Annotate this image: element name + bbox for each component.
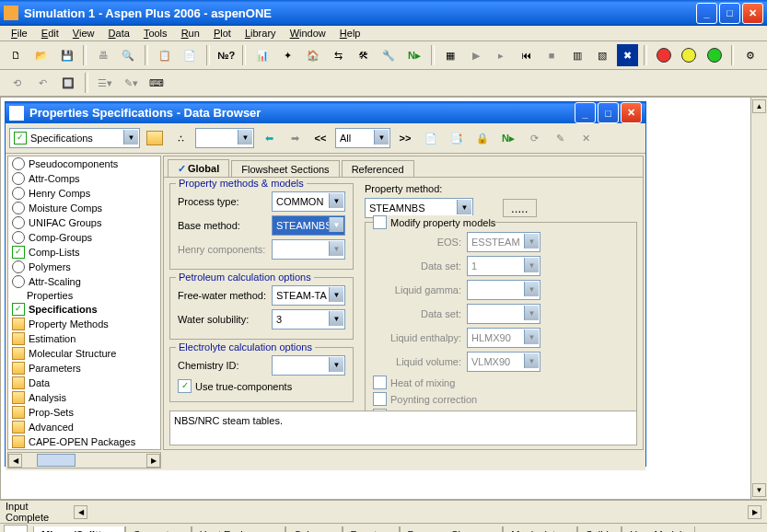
browser-next-button[interactable]: N▸ [497,127,519,149]
stop-button[interactable]: ■ [540,44,562,66]
tb-icon-4[interactable]: ⇆ [328,44,349,66]
chem-id-combo[interactable]: ▼ [272,355,345,376]
tb-icon-9[interactable]: ✖ [617,44,638,66]
tree-item[interactable]: Specifications [8,302,160,317]
model-tab[interactable]: Heat Exchangers [192,526,285,533]
play-button[interactable]: ▶ [465,44,486,66]
scroll-thumb[interactable] [37,454,76,467]
use-true-check[interactable]: Use true-components [178,379,345,393]
model-tab[interactable]: Columns [285,526,342,533]
rewind-button[interactable]: ⏮ [516,44,537,66]
model-tab[interactable]: User Models [622,526,695,533]
menu-tools[interactable]: Tools [138,26,173,40]
tree-item[interactable]: Prop-Sets [8,405,160,420]
maximize-button[interactable]: □ [719,3,740,24]
tb-icon-8[interactable]: ▧ [591,44,612,66]
tree-item[interactable]: Analysis [8,390,160,405]
menu-view[interactable]: View [67,26,100,40]
zoom-combo[interactable]: ▼ [195,128,254,148]
tree-item[interactable]: Polymers [8,260,160,274]
run-panel-button[interactable]: ▦ [440,44,461,66]
child-maximize-button[interactable]: □ [598,102,619,123]
scroll-left-icon[interactable]: ◀ [8,454,22,468]
up-folder-button[interactable] [144,127,166,149]
mdi-vscroll[interactable]: ▲ ▼ [750,98,767,499]
tree-item[interactable]: Attr-Comps [8,171,160,186]
base-method-combo[interactable]: STEAMNBS▼ [272,215,345,236]
child-minimize-button[interactable]: _ [575,102,596,123]
btb-2[interactable]: 📑 [446,127,468,149]
tree-item[interactable]: Data [8,376,160,390]
tree-item[interactable]: Comp-Groups [8,230,160,245]
menu-help[interactable]: Help [334,26,366,40]
model-tab[interactable]: Separators [125,526,192,533]
forward-button[interactable]: ➡ [284,127,306,149]
menu-run[interactable]: Run [176,26,205,40]
chevron-down-icon[interactable]: ▼ [123,130,138,145]
tree-item[interactable]: Advanced [8,420,160,434]
tb-icon-1[interactable]: 📊 [251,44,273,66]
next-nav-button[interactable]: >> [394,127,416,149]
btb-4[interactable]: ⟳ [523,127,545,149]
open-button[interactable]: 📂 [30,44,52,66]
menu-library[interactable]: Library [239,26,282,40]
model-tab[interactable]: Mixers/Splitters [33,526,125,533]
child-close-button[interactable]: ✕ [621,102,642,123]
scroll-up-icon[interactable]: ▲ [752,99,766,113]
tb-icon-10[interactable]: ⚙ [739,44,761,66]
tb2-4[interactable]: ☰▾ [94,72,116,94]
tb-icon-3[interactable]: 🏠 [302,44,323,66]
tree-item[interactable]: Comp-Lists [8,245,160,260]
tb2-1[interactable]: ⟲ [6,72,28,94]
process-type-combo[interactable]: COMMON▼ [272,191,345,212]
btb-1[interactable]: 📄 [420,127,442,149]
tb-icon-5[interactable]: 🛠 [353,44,374,66]
free-water-combo[interactable]: STEAM-TA▼ [272,285,345,306]
tree-item[interactable]: Molecular Structure [8,346,160,361]
tree-item[interactable]: Property Methods [8,317,160,331]
tree-item[interactable]: Properties [8,289,160,302]
tree-item[interactable]: UNIFAC Groups [8,215,160,230]
menu-file[interactable]: File [6,26,33,40]
back-button[interactable]: ⬅ [258,127,280,149]
model-tab[interactable]: Pressure Changers [400,526,504,533]
new-button[interactable]: 🗋 [6,44,27,66]
tb2-5[interactable]: ✎▾ [120,72,142,94]
tree-item[interactable]: Moisture Comps [8,201,160,215]
tb2-2[interactable]: ↶ [31,72,53,94]
tb-icon-7[interactable]: ▥ [566,44,587,66]
tree-hscroll[interactable]: ◀ ▶ [7,452,161,468]
tree-item[interactable]: CAPE-OPEN Packages [8,434,160,449]
tab-referenced[interactable]: Referenced [342,160,414,178]
scroll-down-icon[interactable]: ▼ [752,483,766,497]
nav-tree[interactable]: PseudocomponentsAttr-CompsHenry CompsMoi… [7,156,161,450]
menu-edit[interactable]: Edit [36,26,64,40]
tree-item[interactable]: Estimation [8,331,160,346]
tree-item[interactable]: Parameters [8,361,160,376]
tree-view-button[interactable]: ⛬ [169,127,192,149]
menu-data[interactable]: Data [103,26,135,40]
pointer-tool[interactable]: ↖ [4,525,28,532]
modify-check[interactable]: Modify property models [373,215,495,229]
status-yellow-icon[interactable] [679,44,700,66]
tb2-3[interactable]: 🔲 [57,72,79,94]
tb2-6[interactable]: ⌨ [145,72,168,94]
save-button[interactable]: 💾 [56,44,77,66]
close-button[interactable]: ✕ [742,3,763,24]
model-tab[interactable]: Reactors [343,526,400,533]
menu-window[interactable]: Window [285,26,331,40]
step-button[interactable]: ▸ [490,44,511,66]
print-button[interactable]: 🖶 [92,44,113,66]
copy-button[interactable]: 📋 [154,44,175,66]
tab-global[interactable]: Global [168,159,229,178]
henry-combo[interactable]: ▼ [272,239,345,260]
next-button[interactable]: N▸ [403,44,424,66]
model-tab[interactable]: Solids [577,526,622,533]
tree-item[interactable]: Attr-Scaling [8,274,160,289]
hscroll-left[interactable]: ◀ [74,505,87,519]
tab-flowsheet[interactable]: Flowsheet Sections [231,160,339,178]
minimize-button[interactable]: _ [696,3,717,24]
help-button[interactable]: №? [215,44,237,66]
btb-5[interactable]: ✎ [549,127,571,149]
menu-plot[interactable]: Plot [208,26,237,40]
